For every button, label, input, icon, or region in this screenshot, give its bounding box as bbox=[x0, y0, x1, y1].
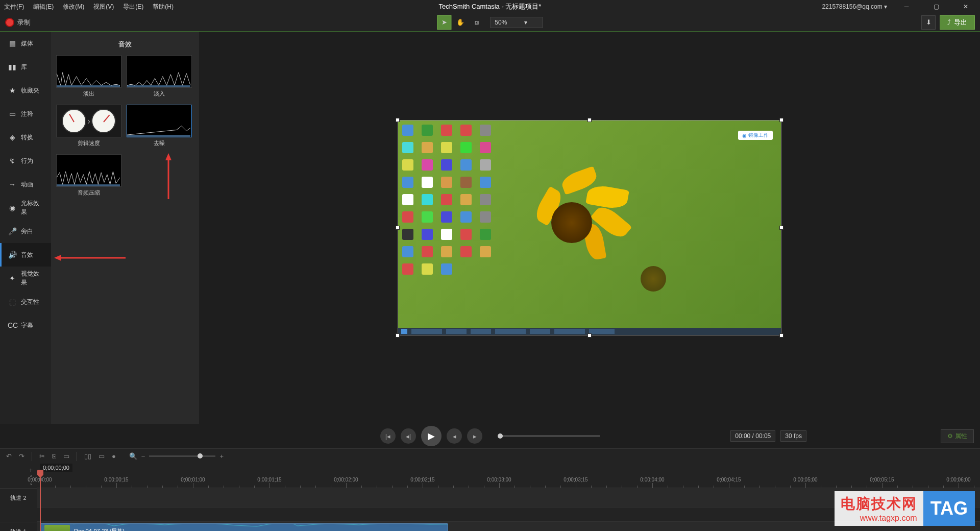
record-audio-button[interactable]: ● bbox=[112, 452, 116, 460]
cut-button[interactable]: ✂ bbox=[39, 452, 45, 460]
properties-button[interactable]: ⚙ 属性 bbox=[941, 429, 974, 443]
maximize-button[interactable]: ▢ bbox=[926, 0, 946, 13]
top-toolbar: 录制 ➤ ✋ ⧈ 50% ▾ ⬇ ⤴ 导出 bbox=[0, 13, 980, 32]
resize-handle-rm[interactable] bbox=[779, 226, 783, 230]
add-track-button[interactable]: + bbox=[29, 467, 33, 474]
effects-panel: 音效 淡出 淡入 › 剪辑速度 去噪 音频压缩 bbox=[51, 32, 199, 424]
download-button[interactable]: ⬇ bbox=[921, 15, 936, 30]
redo-button[interactable]: ↷ bbox=[19, 452, 24, 460]
mic-icon: 🎤 bbox=[8, 227, 17, 235]
menu-file[interactable]: 文件(F) bbox=[4, 3, 24, 11]
menu-bar: 文件(F) 编辑(E) 修改(M) 视图(V) 导出(E) 帮助(H) bbox=[4, 3, 174, 11]
clip[interactable]: Rec 04-07-23 (屏幕) bbox=[40, 523, 448, 531]
sidebar-item-narration[interactable]: 🎤旁白 bbox=[0, 220, 51, 243]
svg-rect-3 bbox=[57, 184, 120, 186]
play-button[interactable]: ▶ bbox=[421, 426, 442, 446]
svg-rect-2 bbox=[127, 135, 190, 137]
resize-handle-bm[interactable] bbox=[587, 333, 592, 337]
zoom-out-button[interactable]: − bbox=[141, 452, 145, 460]
sidebar-item-audio-effects[interactable]: 🔊音效 bbox=[0, 243, 51, 267]
timeline-toolbar: ↶ ↷ ✂ ⎘ ▭ ▯▯ ▭ ● 🔍 − + bbox=[0, 448, 980, 464]
prev-frame-button[interactable]: |◂ bbox=[380, 428, 396, 444]
window-title: TechSmith Camtasia - 无标题项目* bbox=[439, 2, 542, 11]
menu-help[interactable]: 帮助(H) bbox=[153, 3, 174, 11]
resize-handle-bl[interactable] bbox=[396, 333, 400, 337]
canvas-badge: ◉ 镜像工作 bbox=[738, 131, 773, 140]
zoom-select[interactable]: 50% ▾ bbox=[490, 17, 543, 28]
sidebar-item-animations[interactable]: →动画 bbox=[0, 173, 51, 196]
marker-button[interactable]: ▭ bbox=[99, 452, 105, 460]
resize-handle-br[interactable] bbox=[779, 333, 783, 337]
sidebar: ▦媒体 ▮▮库 ★收藏夹 ▭注释 ◈转换 ↯行为 →动画 ◉光标效果 🎤旁白 🔊… bbox=[0, 32, 51, 424]
menu-edit[interactable]: 编辑(E) bbox=[33, 3, 54, 11]
menu-view[interactable]: 视图(V) bbox=[93, 3, 114, 11]
star-icon: ★ bbox=[8, 86, 17, 94]
track-row-2[interactable] bbox=[37, 488, 980, 508]
sidebar-item-cursor[interactable]: ◉光标效果 bbox=[0, 196, 51, 220]
media-icon: ▦ bbox=[8, 39, 17, 47]
step-back-button[interactable]: ◂| bbox=[401, 428, 416, 444]
sidebar-item-visual-effects[interactable]: ✦视觉效果 bbox=[0, 267, 51, 290]
collapse-down-button[interactable]: ˅ bbox=[30, 483, 33, 490]
effect-fade-out[interactable]: 淡出 bbox=[56, 55, 121, 100]
clip-name: Rec 04-07-23 (屏幕) bbox=[74, 527, 125, 531]
resize-handle-tl[interactable] bbox=[396, 118, 400, 122]
zoom-in-button[interactable]: + bbox=[219, 452, 224, 460]
zoom-slider[interactable] bbox=[149, 455, 215, 457]
pan-tool[interactable]: ✋ bbox=[453, 15, 468, 30]
menu-export[interactable]: 导出(E) bbox=[123, 3, 143, 11]
record-label: 录制 bbox=[17, 18, 31, 27]
export-button[interactable]: ⤴ 导出 bbox=[940, 15, 975, 30]
sidebar-item-transitions[interactable]: ◈转换 bbox=[0, 126, 51, 149]
sidebar-item-interactivity[interactable]: ⬚交互性 bbox=[0, 290, 51, 313]
paste-button[interactable]: ▭ bbox=[63, 452, 69, 460]
interact-icon: ⬚ bbox=[8, 298, 17, 306]
panel-title: 音效 bbox=[56, 37, 194, 55]
sparkle-icon: ✦ bbox=[8, 274, 17, 282]
sidebar-item-behaviors[interactable]: ↯行为 bbox=[0, 149, 51, 173]
crop-tool[interactable]: ⧈ bbox=[470, 15, 484, 30]
sidebar-item-favorites[interactable]: ★收藏夹 bbox=[0, 79, 51, 102]
resize-handle-tr[interactable] bbox=[779, 118, 783, 122]
library-icon: ▮▮ bbox=[8, 63, 17, 71]
annotation-icon: ▭ bbox=[8, 110, 17, 118]
timeline-ruler[interactable]: 0;00;00;00 0;00;00;000;00;00;150;00;01;0… bbox=[37, 464, 980, 488]
next-frame-button[interactable]: ▸ bbox=[467, 428, 482, 444]
menu-modify[interactable]: 修改(M) bbox=[63, 3, 84, 11]
sidebar-item-media[interactable]: ▦媒体 bbox=[0, 32, 51, 55]
playback-fps: 30 fps bbox=[780, 430, 806, 442]
copy-button[interactable]: ⎘ bbox=[52, 452, 56, 460]
record-button[interactable]: 录制 bbox=[5, 18, 31, 27]
close-button[interactable]: ✕ bbox=[955, 0, 976, 13]
canvas-area[interactable]: ◉ 镜像工作 bbox=[199, 32, 980, 424]
effect-noise-removal[interactable]: 去噪 bbox=[127, 105, 192, 149]
track-label-1[interactable]: 轨道 1 bbox=[0, 522, 37, 531]
account-label[interactable]: 2215788156@qq.com ▾ bbox=[822, 3, 887, 10]
desktop-icons-grid bbox=[402, 125, 494, 275]
speaker-icon: 🔊 bbox=[8, 251, 17, 259]
minimize-button[interactable]: ─ bbox=[896, 0, 917, 13]
transition-icon: ◈ bbox=[8, 133, 17, 141]
sidebar-item-library[interactable]: ▮▮库 bbox=[0, 55, 51, 79]
effect-fade-in[interactable]: 淡入 bbox=[127, 55, 192, 100]
sidebar-item-annotations[interactable]: ▭注释 bbox=[0, 102, 51, 126]
undo-button[interactable]: ↶ bbox=[6, 452, 12, 460]
cursor-tool[interactable]: ➤ bbox=[437, 15, 451, 30]
preview-slider[interactable] bbox=[498, 435, 600, 437]
playback-time: 00:00 / 00:05 bbox=[730, 430, 775, 442]
resize-handle-lm[interactable] bbox=[396, 226, 400, 230]
effect-clip-speed[interactable]: › 剪辑速度 bbox=[56, 105, 121, 149]
split-button[interactable]: ▯▯ bbox=[84, 452, 91, 460]
record-icon bbox=[5, 18, 14, 27]
canvas-frame[interactable]: ◉ 镜像工作 bbox=[398, 120, 781, 335]
main-area: ▦媒体 ▮▮库 ★收藏夹 ▭注释 ◈转换 ↯行为 →动画 ◉光标效果 🎤旁白 🔊… bbox=[0, 32, 980, 424]
svg-rect-0 bbox=[57, 85, 120, 87]
effect-audio-compression[interactable]: 音频压缩 bbox=[56, 154, 121, 199]
sidebar-item-captions[interactable]: CC字幕 bbox=[0, 313, 51, 337]
track-label-2[interactable]: 轨道 2 bbox=[0, 488, 37, 508]
resize-handle-tm[interactable] bbox=[587, 118, 592, 122]
timeline: + ˄ ˅ 轨道 2 轨道 1 0;00;00;00 0;00;00;000;0… bbox=[0, 464, 980, 531]
step-fwd-button[interactable]: ◂ bbox=[447, 428, 462, 444]
track-row-1[interactable]: Rec 04-07-23 (屏幕) bbox=[37, 522, 980, 531]
zoom-fit-button[interactable]: 🔍 bbox=[129, 452, 137, 460]
